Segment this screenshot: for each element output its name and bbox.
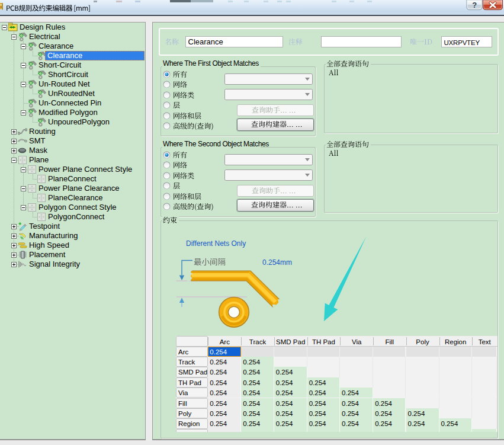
svg-text:?: ? <box>472 1 477 9</box>
